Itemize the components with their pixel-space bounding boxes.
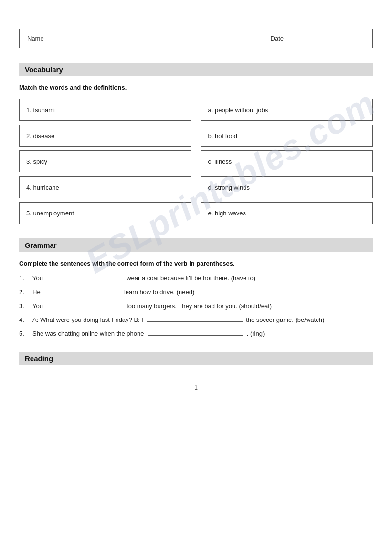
- vocab-letter-c: c.: [208, 158, 213, 165]
- vocab-letter-d: d.: [208, 184, 213, 191]
- vocab-num-5: 5.: [26, 210, 32, 217]
- vocabulary-grid: 1. tsunami 2. disease 3. spicy 4. hurric…: [19, 99, 373, 224]
- vocab-item-2: 2. disease: [19, 125, 191, 147]
- grammar-after-1: wear a coat because it'll be hot there. …: [127, 275, 255, 282]
- vocab-word-4: hurricane: [33, 184, 59, 191]
- grammar-before-3: You: [32, 302, 43, 310]
- grammar-sentence-4: 4. A: What were you doing last Friday? B…: [19, 315, 373, 323]
- vocab-def-b: b. hot food: [201, 125, 373, 147]
- name-date-row: Name Date: [19, 29, 373, 48]
- grammar-text-2: He learn how to drive. (need): [32, 288, 373, 296]
- vocab-word-2: disease: [33, 132, 54, 139]
- vocab-definition-b: hot food: [215, 132, 237, 139]
- grammar-after-4: the soccer game. (be/watch): [246, 316, 324, 323]
- grammar-blank-2[interactable]: [44, 288, 120, 294]
- grammar-after-3: too many burgers. They are bad for you. …: [127, 302, 272, 310]
- vocab-num-3: 3.: [26, 158, 32, 165]
- grammar-section: Grammar Complete the sentences with the …: [19, 238, 373, 337]
- vocabulary-section-header: Vocabulary: [19, 63, 373, 76]
- vocab-def-c: c. illness: [201, 150, 373, 172]
- grammar-num-5: 5.: [19, 330, 30, 337]
- grammar-blank-5[interactable]: [148, 329, 243, 336]
- vocab-letter-e: e.: [208, 210, 213, 217]
- vocab-definition-e: high waves: [215, 210, 246, 217]
- grammar-num-1: 1.: [19, 275, 30, 282]
- grammar-before-5: She was chatting online when the phone: [32, 330, 144, 337]
- vocab-num-2: 2.: [26, 132, 32, 139]
- reading-section-header: Reading: [19, 352, 373, 365]
- grammar-sentence-5: 5. She was chatting online when the phon…: [19, 329, 373, 337]
- vocab-item-5: 5. unemployment: [19, 202, 191, 224]
- name-line[interactable]: [49, 35, 252, 42]
- date-line[interactable]: [288, 35, 365, 42]
- name-label: Name: [27, 35, 44, 42]
- vocab-word-1: tsunami: [33, 107, 55, 114]
- vocab-def-e: e. high waves: [201, 202, 373, 224]
- page-number: 1: [19, 384, 373, 391]
- grammar-instruction: Complete the sentences with the correct …: [19, 260, 373, 267]
- grammar-list: 1. You wear a coat because it'll be hot …: [19, 274, 373, 337]
- vocab-item-1: 1. tsunami: [19, 99, 191, 121]
- reading-section: Reading: [19, 352, 373, 365]
- vocab-right-col: a. people without jobs b. hot food c. il…: [201, 99, 373, 224]
- grammar-before-4: A: What were you doing last Friday? B: I: [32, 316, 143, 323]
- vocabulary-instruction: Match the words and the definitions.: [19, 84, 373, 91]
- date-label: Date: [271, 35, 284, 42]
- vocab-word-3: spicy: [33, 158, 47, 165]
- grammar-blank-1[interactable]: [47, 274, 123, 280]
- vocab-definition-c: illness: [214, 158, 232, 165]
- worksheet-page: ESLprintables.com Name Date Vocabulary M…: [0, 0, 392, 555]
- grammar-num-3: 3.: [19, 302, 30, 310]
- grammar-text-5: She was chatting online when the phone .…: [32, 329, 373, 337]
- grammar-num-2: 2.: [19, 288, 30, 296]
- vocab-word-5: unemployment: [33, 210, 74, 217]
- grammar-text-3: You too many burgers. They are bad for y…: [32, 301, 373, 310]
- vocab-definition-d: strong winds: [215, 184, 250, 191]
- grammar-before-1: You: [32, 275, 43, 282]
- vocab-left-col: 1. tsunami 2. disease 3. spicy 4. hurric…: [19, 99, 191, 224]
- vocab-num-1: 1.: [26, 107, 32, 114]
- grammar-text-1: You wear a coat because it'll be hot the…: [32, 274, 373, 282]
- grammar-text-4: A: What were you doing last Friday? B: I…: [32, 315, 373, 323]
- vocab-def-d: d. strong winds: [201, 176, 373, 198]
- grammar-blank-4[interactable]: [147, 315, 243, 322]
- grammar-before-2: He: [32, 288, 41, 296]
- grammar-after-5: . (ring): [247, 330, 265, 337]
- vocab-def-a: a. people without jobs: [201, 99, 373, 121]
- grammar-title: Grammar: [25, 241, 57, 249]
- vocabulary-title: Vocabulary: [25, 65, 63, 74]
- vocab-item-3: 3. spicy: [19, 150, 191, 172]
- grammar-blank-3[interactable]: [47, 301, 123, 308]
- grammar-sentence-3: 3. You too many burgers. They are bad fo…: [19, 301, 373, 310]
- grammar-sentence-1: 1. You wear a coat because it'll be hot …: [19, 274, 373, 282]
- grammar-after-2: learn how to drive. (need): [124, 288, 194, 296]
- vocab-item-4: 4. hurricane: [19, 176, 191, 198]
- vocab-letter-a: a.: [208, 107, 213, 114]
- grammar-num-4: 4.: [19, 316, 30, 323]
- grammar-sentence-2: 2. He learn how to drive. (need): [19, 288, 373, 296]
- vocab-num-4: 4.: [26, 184, 32, 191]
- vocab-letter-b: b.: [208, 132, 213, 139]
- vocab-definition-a: people without jobs: [215, 107, 268, 114]
- reading-title: Reading: [25, 354, 53, 363]
- grammar-section-header: Grammar: [19, 238, 373, 252]
